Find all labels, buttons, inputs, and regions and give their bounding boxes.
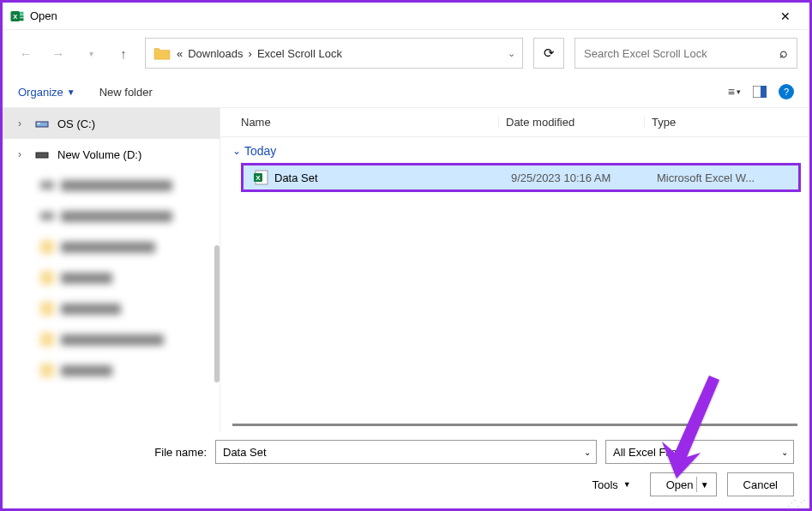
- file-pane: Name Date modified Type ⌄ Today X Data S…: [220, 108, 809, 431]
- cancel-button[interactable]: Cancel: [727, 472, 794, 496]
- column-header-name[interactable]: Name: [220, 116, 498, 129]
- close-button[interactable]: ✕: [768, 4, 803, 28]
- address-dropdown-icon[interactable]: ⌄: [508, 48, 515, 59]
- tools-label: Tools: [592, 478, 617, 491]
- button-row: Tools ▼ Open ▼ Cancel: [18, 472, 794, 496]
- help-button[interactable]: ?: [779, 84, 794, 99]
- sidebar-item-blurred: [3, 170, 220, 201]
- column-header-type[interactable]: Type: [644, 116, 809, 129]
- chevron-right-icon: ›: [18, 148, 27, 160]
- sidebar-item-blurred: [3, 355, 220, 386]
- search-icon[interactable]: ⌕: [779, 45, 788, 61]
- file-row[interactable]: X Data Set 9/25/2023 10:16 AM Microsoft …: [241, 163, 801, 192]
- sidebar-item-blurred: [3, 293, 220, 324]
- sidebar-item-drive-d[interactable]: › New Volume (D:): [3, 139, 220, 170]
- back-button[interactable]: ←: [15, 42, 37, 64]
- sidebar-item-blurred: [3, 324, 220, 355]
- svg-rect-3: [20, 15, 24, 17]
- sidebar-item-blurred: [3, 231, 220, 262]
- sidebar-item-label: OS (C:): [57, 117, 95, 130]
- file-type: Microsoft Excel W...: [657, 171, 798, 184]
- svg-rect-8: [37, 123, 40, 124]
- group-label: Today: [244, 144, 276, 158]
- breadcrumb-prefix: «: [177, 47, 183, 60]
- search-input[interactable]: [584, 47, 773, 60]
- refresh-button[interactable]: ⟳: [533, 38, 564, 69]
- drive-icon: [35, 147, 49, 161]
- svg-rect-6: [761, 86, 767, 98]
- titlebar: X Open ✕: [3, 3, 809, 30]
- breadcrumb[interactable]: « Downloads › Excel Scroll Lock: [177, 47, 502, 60]
- dialog-body: › OS (C:) › New Volume (D:): [3, 107, 809, 431]
- file-group: ⌄ Today X Data Set 9/25/2023 10:16 AM Mi…: [220, 137, 809, 197]
- column-headers: Name Date modified Type: [220, 108, 809, 137]
- open-button[interactable]: Open ▼: [650, 472, 717, 496]
- footer: File name: Data Set ⌄ All Excel Files ⌄ …: [3, 431, 809, 508]
- open-file-dialog: X Open ✕ ← → ▾ ↑ « Downloads › Excel Scr…: [0, 0, 812, 511]
- organize-button[interactable]: Organize ▼: [18, 86, 75, 99]
- sidebar-item-drive-c[interactable]: › OS (C:): [3, 108, 220, 139]
- excel-file-icon: X: [252, 169, 269, 186]
- breadcrumb-separator-icon: ›: [249, 47, 252, 60]
- svg-text:X: X: [256, 174, 261, 182]
- open-label: Open: [666, 478, 694, 491]
- chevron-down-icon: ▼: [67, 87, 75, 97]
- forward-button[interactable]: →: [47, 42, 69, 64]
- address-bar[interactable]: « Downloads › Excel Scroll Lock ⌄: [145, 38, 523, 69]
- svg-rect-9: [36, 153, 48, 158]
- svg-rect-2: [20, 11, 24, 14]
- toolbar: Organize ▼ New folder ≡ ▾ ?: [3, 76, 809, 107]
- group-header-today[interactable]: ⌄ Today: [232, 144, 809, 158]
- sidebar-item-blurred: [3, 201, 220, 231]
- up-button[interactable]: ↑: [112, 42, 135, 64]
- search-box[interactable]: ⌕: [574, 38, 797, 69]
- sidebar-scrollbar[interactable]: [213, 108, 220, 431]
- filename-dropdown-icon[interactable]: ⌄: [584, 448, 591, 457]
- breadcrumb-item[interactable]: Excel Scroll Lock: [257, 47, 342, 60]
- excel-app-icon: X: [9, 9, 25, 24]
- navigation-row: ← → ▾ ↑ « Downloads › Excel Scroll Lock …: [3, 30, 809, 76]
- chevron-right-icon: ›: [18, 117, 27, 129]
- recent-dropdown[interactable]: ▾: [80, 42, 102, 64]
- new-folder-button[interactable]: New folder: [99, 86, 153, 99]
- scroll-thumb[interactable]: [214, 245, 220, 382]
- file-date: 9/25/2023 10:16 AM: [511, 171, 657, 184]
- filetype-filter[interactable]: All Excel Files ⌄: [605, 440, 794, 464]
- sidebar-item-label: New Volume (D:): [57, 148, 141, 161]
- horizontal-scrollbar[interactable]: [232, 424, 797, 426]
- folder-icon: [153, 45, 171, 61]
- breadcrumb-item[interactable]: Downloads: [188, 47, 243, 60]
- column-header-date[interactable]: Date modified: [498, 116, 644, 129]
- drive-icon: [35, 117, 49, 130]
- filename-value: Data Set: [223, 446, 267, 459]
- organize-label: Organize: [18, 86, 63, 99]
- tools-button[interactable]: Tools ▼: [592, 478, 630, 491]
- filename-label: File name:: [18, 446, 207, 459]
- svg-text:X: X: [13, 13, 17, 21]
- view-mode-button[interactable]: ≡ ▾: [728, 85, 741, 99]
- svg-rect-4: [20, 18, 24, 21]
- sidebar: › OS (C:) › New Volume (D:): [3, 108, 220, 431]
- filename-row: File name: Data Set ⌄ All Excel Files ⌄: [18, 440, 794, 464]
- window-title: Open: [30, 9, 768, 22]
- filter-value: All Excel Files: [613, 446, 683, 459]
- filter-dropdown-icon[interactable]: ⌄: [781, 448, 788, 457]
- resize-grip-icon[interactable]: ⋰⋰: [787, 502, 806, 505]
- chevron-down-icon: ▼: [623, 480, 631, 489]
- filename-input[interactable]: Data Set ⌄: [215, 440, 597, 464]
- preview-pane-button[interactable]: [753, 86, 767, 98]
- file-name: Data Set: [274, 171, 511, 184]
- sidebar-item-blurred: [3, 262, 220, 293]
- chevron-down-icon: ⌄: [232, 145, 241, 157]
- open-split-dropdown-icon[interactable]: ▼: [701, 480, 709, 490]
